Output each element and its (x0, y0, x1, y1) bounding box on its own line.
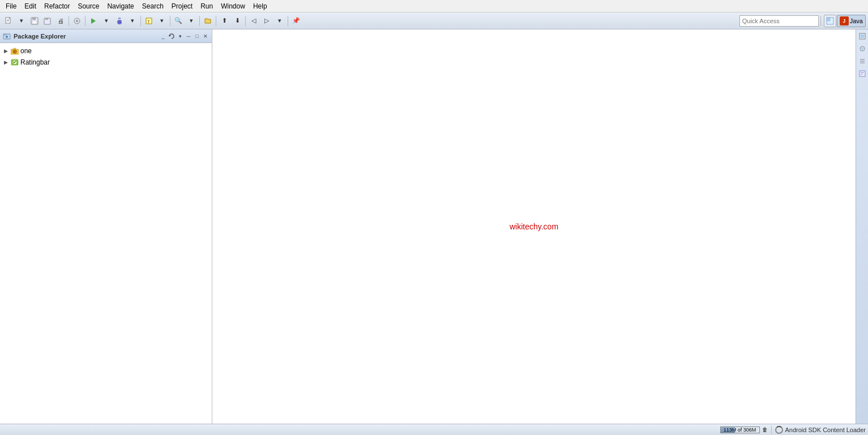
maximize-button[interactable]: □ (193, 32, 201, 40)
panel-controls: _ ▾ ─ □ ✕ (159, 32, 209, 40)
debug-dropdown[interactable]: ▾ (126, 15, 139, 27)
run-button[interactable] (87, 15, 100, 27)
svg-rect-14 (827, 18, 830, 21)
close-panel-button[interactable]: ✕ (202, 32, 209, 40)
tree-item-one[interactable]: ▶ one (0, 45, 212, 57)
svg-point-17 (6, 36, 8, 38)
quick-access-input[interactable] (739, 15, 819, 27)
sidebar-btn-2[interactable] (857, 43, 868, 54)
menu-navigate[interactable]: Navigate (104, 1, 137, 11)
sep8 (288, 16, 288, 26)
menu-search[interactable]: Search (139, 1, 167, 11)
sep6 (216, 16, 216, 26)
loader-text: Android SDK Content Loader (785, 427, 866, 433)
expand-arrow-one[interactable]: ▶ (2, 48, 9, 54)
save-button[interactable] (28, 15, 41, 27)
forward-button[interactable]: ▷ (260, 15, 273, 27)
sep9 (820, 16, 821, 26)
menu-window[interactable]: Window (217, 1, 249, 11)
new-button[interactable] (2, 15, 15, 27)
package-explorer-panel: Package Explorer _ ▾ ─ □ ✕ ▶ (0, 29, 212, 424)
expand-arrow-ratingbar[interactable]: ▶ (2, 59, 9, 66)
svg-rect-5 (32, 21, 37, 24)
java-icon: J (840, 16, 849, 25)
content-loader-status: Android SDK Content Loader (775, 426, 866, 434)
sep1 (69, 16, 69, 26)
right-sidebar (856, 29, 868, 424)
panel-explorer-header: Package Explorer _ ▾ ─ □ ✕ (0, 29, 212, 43)
new-dropdown[interactable]: ▾ (15, 15, 28, 27)
search-dropdown[interactable]: ▾ (185, 15, 198, 27)
menubar: File Edit Refactor Source Navigate Searc… (0, 0, 868, 12)
print-button[interactable]: 🖨 (54, 15, 67, 27)
toolbar: ▾ 🖨 ▾ ▾ (0, 12, 868, 29)
memory-text: 113M of 306M (721, 427, 759, 433)
project-icon-ratingbar (10, 58, 19, 67)
open-file-button[interactable] (202, 15, 214, 27)
java-perspective-label: Java (850, 18, 863, 24)
tree-label-one: one (20, 47, 32, 55)
watermark-text: wikitechy.com (510, 222, 558, 231)
svg-rect-25 (861, 35, 864, 38)
sidebar-btn-3[interactable] (857, 56, 868, 67)
sep4 (170, 16, 170, 26)
sidebar-btn-4[interactable] (857, 68, 868, 79)
main-area: Package Explorer _ ▾ ─ □ ✕ ▶ (0, 29, 868, 424)
prev-annotation-button[interactable]: ⬆ (218, 15, 230, 27)
properties-button[interactable] (71, 15, 83, 27)
sep5 (199, 16, 200, 26)
package-explorer-content: ▶ one ▶ (0, 43, 212, 424)
menu-source[interactable]: Source (74, 1, 102, 11)
svg-rect-16 (3, 34, 6, 35)
sidebar-btn-1[interactable] (857, 31, 868, 42)
minimize-button[interactable]: ─ (185, 32, 193, 40)
back-button[interactable]: ◁ (247, 15, 260, 27)
project-icon-one (10, 46, 19, 56)
sync-button[interactable] (168, 32, 176, 40)
menu-file[interactable]: File (2, 1, 20, 11)
next-annotation-button[interactable]: ⬇ (231, 15, 243, 27)
svg-rect-4 (32, 18, 36, 20)
java-perspective-button[interactable]: J Java (837, 15, 866, 27)
open-type-button[interactable]: T (143, 15, 155, 27)
open-perspective-button[interactable] (824, 15, 836, 27)
memory-bar[interactable]: 113M of 306M (720, 427, 760, 433)
debug-button[interactable] (113, 15, 126, 27)
sep2 (85, 16, 85, 26)
tree-item-ratingbar[interactable]: ▶ Ratingbar (0, 57, 212, 68)
svg-marker-9 (91, 18, 96, 24)
menu-project[interactable]: Project (168, 1, 196, 11)
view-menu-button[interactable]: ▾ (176, 32, 184, 40)
menu-help[interactable]: Help (250, 1, 271, 11)
open-type-dropdown[interactable]: ▾ (156, 15, 168, 27)
editor-area: wikitechy.com (212, 29, 856, 424)
menu-refactor[interactable]: Refactor (41, 1, 73, 11)
package-explorer-icon (2, 32, 11, 41)
nav-dropdown[interactable]: ▾ (273, 15, 286, 27)
run-dropdown[interactable]: ▾ (100, 15, 113, 27)
save-all-button[interactable] (41, 15, 54, 27)
menu-edit[interactable]: Edit (21, 1, 40, 11)
sep7 (245, 16, 246, 26)
svg-point-10 (117, 20, 122, 24)
search-button[interactable]: 🔍 (172, 15, 185, 27)
sep3 (140, 16, 141, 26)
package-explorer-title: Package Explorer (14, 33, 157, 40)
minimize-panel-button[interactable]: _ (159, 32, 167, 40)
gc-icon[interactable]: 🗑 (762, 427, 768, 433)
statusbar: 113M of 306M 🗑 Android SDK Content Loade… (0, 424, 868, 435)
memory-indicator: 113M of 306M 🗑 (720, 427, 768, 433)
svg-text:T: T (147, 19, 150, 24)
menu-run[interactable]: Run (197, 1, 216, 11)
pin-button[interactable]: 📌 (290, 15, 302, 27)
svg-rect-7 (45, 18, 48, 20)
status-sep (771, 426, 772, 434)
svg-point-27 (861, 48, 863, 50)
svg-rect-31 (860, 71, 865, 76)
tree-label-ratingbar: Ratingbar (20, 58, 50, 66)
loader-icon (775, 426, 783, 434)
